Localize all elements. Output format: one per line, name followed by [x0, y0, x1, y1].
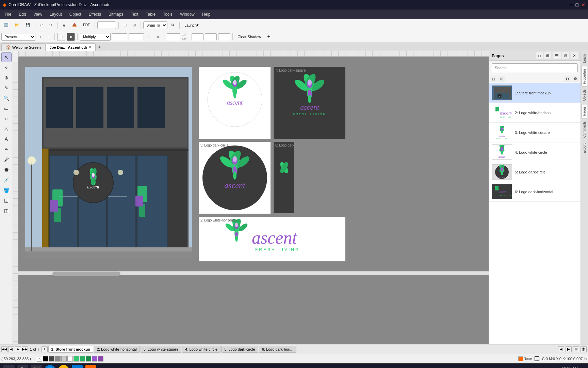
page7-canvas[interactable]: 7: Logo dark-square	[274, 67, 345, 138]
print-button[interactable]: 🖨	[60, 21, 68, 30]
save-button[interactable]: 💾	[23, 21, 33, 30]
opacity-input[interactable]: 10	[112, 33, 127, 40]
node-tool[interactable]: ⋄	[1, 63, 12, 72]
menu-object[interactable]: Object	[66, 11, 85, 17]
swatch-none[interactable]: ✕	[37, 356, 42, 362]
swatch-black[interactable]	[43, 356, 48, 362]
tab-file[interactable]: Joe Diaz - Ascent.cdr ✕	[45, 43, 96, 51]
swatch-dark-gray[interactable]	[49, 356, 54, 362]
inner-shadow-btn[interactable]: □	[57, 33, 65, 41]
page-tab-1[interactable]: 1: Store front mockup	[48, 346, 93, 353]
launch-button[interactable]: Launch ▾	[182, 21, 201, 30]
pen-tool[interactable]: ✒	[1, 144, 12, 154]
snap-dropdown[interactable]: Snap To	[143, 21, 167, 29]
page-tab-scroll-right[interactable]: ▶	[566, 346, 572, 352]
side-tab-export[interactable]: Export	[582, 141, 587, 156]
page5-canvas[interactable]: 5: Logo dark-circle	[199, 142, 270, 213]
tab-file-close[interactable]: ✕	[88, 45, 91, 49]
panel-view-grid-btn[interactable]: ⊞	[544, 52, 551, 59]
menu-effects[interactable]: Effects	[85, 11, 104, 17]
minimize-button[interactable]: ─	[570, 2, 573, 7]
val2-input[interactable]: 100	[205, 33, 217, 40]
feather-shape-btn[interactable]: ◇	[154, 32, 162, 41]
menu-table[interactable]: Table	[142, 11, 159, 17]
redo-button[interactable]: ↪	[47, 21, 55, 30]
snap-settings-btn[interactable]: ⚙	[169, 21, 177, 30]
maximize-button[interactable]: □	[576, 2, 578, 7]
menu-tools[interactable]: Tools	[160, 11, 176, 17]
menu-window[interactable]: Window	[177, 11, 198, 17]
feather-dir-btn[interactable]: ↔	[145, 32, 153, 41]
open-button[interactable]: 📂	[12, 21, 22, 30]
page-last-btn[interactable]: ▶▶	[22, 346, 28, 352]
fill-tool[interactable]: 🪣	[1, 185, 12, 195]
page-tab-4[interactable]: 4: Logo white-circle	[182, 346, 220, 353]
swatch-green2[interactable]	[80, 356, 85, 362]
page-view-double[interactable]: ⊞	[498, 76, 505, 82]
pdf-button[interactable]: PDF	[81, 21, 92, 30]
menu-edit[interactable]: Edit	[15, 11, 29, 17]
page-next-btn[interactable]: ▶	[15, 346, 21, 352]
new-button[interactable]: 🆕	[1, 21, 11, 30]
add-preset-btn[interactable]: +	[37, 32, 44, 41]
page-tab-3[interactable]: 3: Logo white-square	[141, 346, 182, 353]
menu-view[interactable]: View	[30, 11, 46, 17]
page6-partial-canvas[interactable]: 6: Logo dark-hor	[274, 142, 294, 213]
zoom-in-btn[interactable]: ⊞	[130, 21, 138, 30]
taskview-btn[interactable]: ⬛	[31, 365, 42, 368]
transparency-tool[interactable]: ◫	[1, 206, 12, 215]
swatch-green3[interactable]	[86, 356, 91, 362]
transform-tool[interactable]: ⊕	[1, 73, 12, 82]
page-tab-5[interactable]: 5: Logo dark-circle	[221, 346, 258, 353]
page-add-btn[interactable]: +	[42, 346, 48, 352]
menu-text[interactable]: Text	[127, 11, 142, 17]
panel-close-btn[interactable]: ✕	[571, 52, 578, 59]
val3-input[interactable]: 0	[218, 33, 230, 40]
tab-add-button[interactable]: +	[96, 43, 103, 51]
swatch-white[interactable]	[67, 356, 73, 362]
panel-gear-btn[interactable]: ⚙	[572, 76, 579, 82]
page-item-5[interactable]: ascent 5: Logo dark-circle	[489, 162, 581, 182]
explorer-btn[interactable]: 📁	[58, 365, 69, 368]
swatch-gray[interactable]	[55, 356, 61, 362]
start-button[interactable]: ⊞	[3, 365, 15, 368]
side-tab-comments[interactable]: Comments	[582, 119, 587, 140]
page4-canvas[interactable]: ascent	[199, 67, 270, 138]
page-item-4[interactable]: ascent 4: Logo white-circle	[489, 142, 581, 162]
menu-file[interactable]: File	[1, 11, 15, 17]
page-first-btn[interactable]: ◀◀	[1, 346, 7, 352]
page-tab-6[interactable]: 6: Logo dark-hori...	[259, 346, 296, 353]
page-tab-2[interactable]: 2: Logo white-horizontal	[94, 346, 140, 353]
h-scrollbar[interactable]	[18, 271, 489, 275]
coreldraw-btn[interactable]: ◆	[85, 365, 96, 368]
presets-dropdown[interactable]: Presets...	[1, 33, 35, 41]
feather-input[interactable]: 15	[129, 33, 144, 40]
shadow-tool[interactable]: ◱	[1, 196, 12, 205]
swatch-purple2[interactable]	[98, 356, 103, 362]
val1-input[interactable]: 0	[192, 33, 203, 40]
tab-welcome[interactable]: 🏠 Welcome Screen	[1, 43, 45, 51]
rect-tool[interactable]: ▭	[1, 104, 12, 113]
canvas-viewport[interactable]: ascent	[18, 57, 489, 344]
zoom-out-btn[interactable]: ⊟	[121, 21, 129, 30]
title-controls[interactable]: ─ □ ✕	[570, 2, 585, 7]
page2-canvas[interactable]: 2: Logo white-horizontal	[199, 217, 345, 261]
menu-layout[interactable]: Layout	[46, 11, 65, 17]
search-taskbar-btn[interactable]: 🔍	[17, 365, 28, 368]
page-item-6[interactable]: ascent FRESH LIVING 6: Logo dark-horizon…	[489, 182, 581, 202]
browser-btn[interactable]: 🌐	[45, 365, 55, 368]
side-tab-pages[interactable]: Pages	[582, 104, 587, 118]
export-button[interactable]: 📤	[70, 21, 79, 30]
ellipse-tool[interactable]: ○	[1, 114, 12, 123]
page-delete-btn[interactable]: 🗑	[581, 346, 587, 352]
store-btn[interactable]: 🛍	[72, 365, 83, 368]
page1-canvas[interactable]: ascent	[25, 67, 192, 258]
close-button[interactable]: ✕	[581, 2, 585, 7]
page-item-3[interactable]: ascent FRESH LIVING 3: Logo white-square	[489, 123, 581, 142]
menu-help[interactable]: Help	[199, 11, 214, 17]
text-tool[interactable]: A	[1, 134, 12, 144]
shape-tool[interactable]: ⬟	[1, 165, 12, 174]
blend-mode-dropdown[interactable]: Multiply	[80, 33, 111, 41]
clear-shadow-btn[interactable]: Clear Shadow	[235, 32, 263, 41]
page-tab-scroll-left[interactable]: ◀	[558, 346, 564, 352]
